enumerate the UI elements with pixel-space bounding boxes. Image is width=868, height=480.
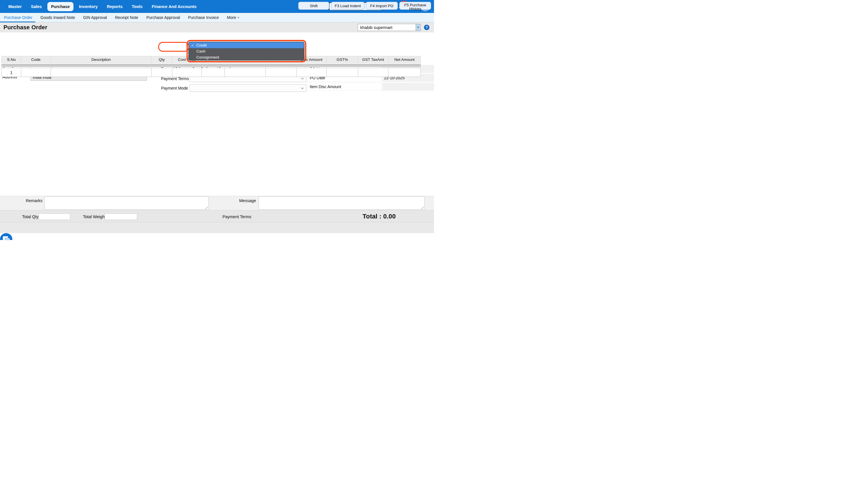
purchase-tabbar: Purchase Order Goods Inward Note GIN App… xyxy=(0,13,434,22)
payment-terms-label: Payment Terms xyxy=(161,77,189,81)
message-label: Message xyxy=(238,199,256,203)
total-weight-input[interactable] xyxy=(104,213,137,220)
f4-import-po-button[interactable]: F4 Import PO xyxy=(366,2,398,10)
help-button[interactable]: ? xyxy=(424,25,429,30)
cell-hidden-1[interactable] xyxy=(202,68,225,77)
f3-load-indent-button[interactable]: F3 Load Indent xyxy=(331,2,365,10)
item-disc-amount-value[interactable] xyxy=(382,83,434,91)
check-icon: ✓ xyxy=(191,43,194,48)
shift-button[interactable]: Shift xyxy=(298,2,329,10)
nav-item-reports[interactable]: Reports xyxy=(103,2,126,11)
cell-disc-amount[interactable] xyxy=(297,68,327,77)
payment-terms-dropdown: ✓ Credit Cash Consignment xyxy=(188,41,305,61)
combo-arrow-icon[interactable]: ▼ xyxy=(416,24,421,31)
col-gst-pct: GST% xyxy=(327,56,358,63)
chevron-down-icon xyxy=(301,77,304,80)
tab-gin-approval[interactable]: GIN Approval xyxy=(79,13,111,22)
annotation-ring-dropdown: ✓ Credit Cash Consignment xyxy=(187,40,306,62)
tab-more[interactable]: More▾ xyxy=(223,13,243,22)
grid-divider-band xyxy=(1,64,421,67)
chevron-down-icon: ▾ xyxy=(238,16,239,20)
cell-code[interactable] xyxy=(21,68,51,77)
tab-more-label: More xyxy=(227,15,236,20)
f5-purchase-history-button[interactable]: F5 Purchase History xyxy=(399,2,431,10)
tab-purchase-approval[interactable]: Purchase Approval xyxy=(143,13,184,22)
col-net-amount: Net Amount xyxy=(389,56,421,63)
cell-gst-taxamt[interactable] xyxy=(358,68,389,77)
dropdown-option-label: Consignment xyxy=(196,55,219,59)
chevron-down-icon xyxy=(301,86,304,89)
cell-sno: 1 xyxy=(1,68,21,77)
nav-menu: Master Sales Purchase Inventory Reports … xyxy=(0,2,200,11)
cell-net-amount[interactable] xyxy=(389,68,421,77)
action-buttons-bar xyxy=(0,222,434,233)
cell-qty[interactable] xyxy=(152,68,172,77)
total-qty-label: Total Qty xyxy=(22,214,38,219)
store-selector-value: khabib supermart xyxy=(358,24,416,31)
col-code: Code xyxy=(21,56,51,63)
cell-gst-pct[interactable] xyxy=(327,68,358,77)
nav-item-tools[interactable]: Tools xyxy=(128,2,146,11)
nav-item-finance[interactable]: Finance And Accounts xyxy=(148,2,200,11)
total-weight-label: Total Weight xyxy=(83,214,106,219)
page-title: Purchase Order xyxy=(0,24,48,31)
nav-item-sales[interactable]: Sales xyxy=(27,2,45,11)
nav-item-purchase[interactable]: Purchase xyxy=(48,2,73,11)
payment-mode-select[interactable] xyxy=(190,84,306,92)
nav-item-master[interactable]: Master xyxy=(5,2,26,11)
payment-terms-footer-label: Payment Terms xyxy=(222,214,251,219)
nav-item-inventory[interactable]: Inventory xyxy=(75,2,101,11)
cell-cost-price[interactable] xyxy=(172,68,202,77)
chat-button[interactable] xyxy=(0,233,12,240)
tab-purchase-invoice[interactable]: Purchase Invoice xyxy=(184,13,223,22)
item-disc-amount-label: Item Disc Amount xyxy=(307,83,382,91)
dropdown-option-label: Cash xyxy=(196,49,206,53)
cell-description[interactable] xyxy=(51,68,152,77)
footer-whitespace xyxy=(0,233,434,240)
remarks-textarea[interactable] xyxy=(44,197,209,210)
title-bar: Purchase Order khabib supermart ▼ ? xyxy=(0,22,434,32)
payment-mode-label: Payment Mode xyxy=(161,86,188,90)
remarks-label: Remarks xyxy=(25,199,42,203)
tab-purchase-order[interactable]: Purchase Order xyxy=(0,13,36,22)
total-qty-input[interactable] xyxy=(39,213,70,220)
col-qty: Qty xyxy=(152,56,172,63)
dropdown-option-label: Credit xyxy=(196,43,207,48)
grand-total: Total : 0.00 xyxy=(363,213,396,220)
table-row: 1 xyxy=(1,68,421,77)
dropdown-option-cash[interactable]: Cash xyxy=(189,48,304,54)
col-gst-taxamt: GST TaxAmt xyxy=(358,56,389,63)
cell-hidden-3[interactable] xyxy=(266,68,297,77)
dropdown-option-consignment[interactable]: Consignment xyxy=(189,54,304,60)
dropdown-option-credit[interactable]: ✓ Credit xyxy=(189,42,304,48)
store-selector[interactable]: khabib supermart ▼ xyxy=(358,24,421,31)
tab-goods-inward-note[interactable]: Goods Inward Note xyxy=(36,13,79,22)
message-textarea[interactable] xyxy=(259,197,425,210)
col-description: Description xyxy=(51,56,152,63)
tab-receipt-note[interactable]: Receipt Note xyxy=(111,13,143,22)
cell-hidden-2[interactable] xyxy=(225,68,266,77)
col-sno: S.No xyxy=(1,56,21,63)
